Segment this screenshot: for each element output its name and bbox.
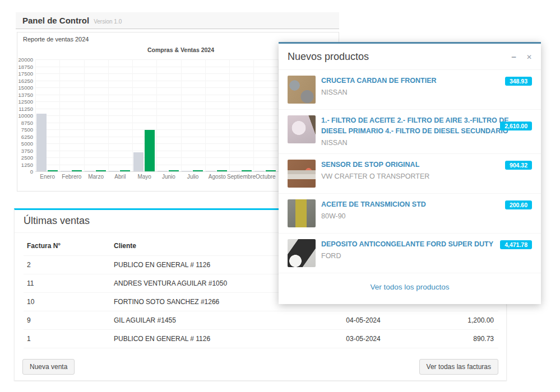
compras-bar xyxy=(182,171,192,171)
price-badge: 904.32 xyxy=(505,161,532,170)
table-row: 1 PUBLICO EN GENERAL # 1126 03-05-2024 8… xyxy=(24,330,498,348)
compras-bar xyxy=(133,152,144,171)
see-all-products-link[interactable]: Ver todos los productos xyxy=(370,283,449,291)
product-photo xyxy=(288,160,316,188)
product-subtitle: NISSAN xyxy=(321,138,532,148)
date-cell: 04-05-2024 xyxy=(311,311,417,330)
price-badge: 4,471.78 xyxy=(500,240,532,249)
sales-card-footer: Nueva venta Ver todas las facturas xyxy=(15,353,506,380)
gridline xyxy=(59,59,60,171)
compras-bar xyxy=(61,171,71,171)
price-badge: 348.93 xyxy=(505,77,532,86)
invoice-link[interactable]: 10 xyxy=(24,293,110,311)
product-photo xyxy=(288,76,316,104)
date-cell: 03-05-2024 xyxy=(311,330,417,348)
product-item[interactable]: CRUCETA CARDAN DE FRONTIER 348.93 NISSAN xyxy=(279,70,541,110)
product-subtitle: 80W-90 xyxy=(321,212,532,221)
x-tick-label: Octubre xyxy=(249,174,283,180)
ventas-bar xyxy=(169,170,179,172)
gridline xyxy=(156,59,157,171)
new-products-header: Nuevos productos − ✕ xyxy=(279,44,541,70)
client-cell: GIL AGUILAR #1455 xyxy=(110,311,311,330)
ventas-bar xyxy=(217,170,227,172)
product-item[interactable]: ACEITE DE TRANSMICION STD 200.60 80W-90 xyxy=(279,194,541,234)
ventas-bar xyxy=(96,170,106,172)
y-tick-label: 3750 xyxy=(14,148,33,154)
compras-bar xyxy=(206,171,216,171)
close-icon[interactable]: ✕ xyxy=(526,53,532,61)
invoice-link[interactable]: 11 xyxy=(24,274,110,293)
product-info: ACEITE DE TRANSMICION STD 200.60 80W-90 xyxy=(321,199,532,227)
y-tick-label: 8750 xyxy=(14,120,33,126)
new-sale-button[interactable]: Nueva venta xyxy=(22,359,75,375)
product-photo xyxy=(288,239,316,267)
y-tick-label: 18750 xyxy=(14,64,33,70)
ventas-bar xyxy=(48,170,58,172)
report-label: Reporte de ventas 2024 xyxy=(23,36,89,43)
ventas-bar xyxy=(120,170,130,172)
gridline xyxy=(229,59,230,171)
product-info: DEPOSITO ANTICONGELANTE FORD SUPER DUTY … xyxy=(321,239,532,267)
product-info: SENSOR DE STOP ORIGINAL 904.32 VW CRAFTE… xyxy=(321,160,532,188)
factura-column-header: Factura N° xyxy=(24,236,110,256)
invoice-link[interactable]: 9 xyxy=(24,311,110,330)
gridline xyxy=(253,59,254,171)
product-title-link[interactable]: SENSOR DE STOP ORIGINAL xyxy=(321,160,532,170)
gridline xyxy=(181,59,182,171)
y-tick-label: 7500 xyxy=(14,127,33,133)
ventas-bar xyxy=(193,170,203,172)
price-badge: 2,610.00 xyxy=(500,122,532,130)
y-tick-label: 6250 xyxy=(14,134,33,140)
product-info: CRUCETA CARDAN DE FRONTIER 348.93 NISSAN xyxy=(321,76,532,104)
product-item[interactable]: SENSOR DE STOP ORIGINAL 904.32 VW CRAFTE… xyxy=(279,154,541,194)
ventas-bar xyxy=(145,130,155,172)
ventas-bar xyxy=(242,170,252,172)
new-products-title: Nuevos productos xyxy=(288,51,501,63)
page-title: Panel de Control xyxy=(22,16,89,25)
y-tick-label: 10000 xyxy=(14,113,33,119)
y-tick-label: 11250 xyxy=(14,106,33,112)
all-invoices-button[interactable]: Ver todas las facturas xyxy=(419,359,498,375)
compras-bar xyxy=(254,171,265,171)
total-cell: 1,200.00 xyxy=(417,311,498,330)
compras-bar xyxy=(85,171,95,171)
gridline xyxy=(205,59,206,171)
gridline xyxy=(84,59,85,171)
product-item[interactable]: 1.- FILTRO DE ACEITE 2.- FILTRO DE AIRE … xyxy=(279,110,541,154)
new-products-panel: Nuevos productos − ✕ CRUCETA CARDAN DE F… xyxy=(279,42,541,304)
product-subtitle: NISSAN xyxy=(321,88,532,97)
product-title-link[interactable]: CRUCETA CARDAN DE FRONTIER xyxy=(321,76,532,86)
product-item[interactable]: DEPOSITO ANTICONGELANTE FORD SUPER DUTY … xyxy=(279,234,541,273)
ventas-bar xyxy=(72,170,82,172)
new-products-footer: Ver todos los productos xyxy=(279,273,541,301)
page-header: Panel de Control Version 1.0 xyxy=(16,12,339,29)
total-cell: 890.73 xyxy=(417,330,498,348)
compras-bar xyxy=(158,171,168,171)
ventas-bar xyxy=(266,170,276,172)
y-tick-label: 2500 xyxy=(14,155,33,161)
minimize-icon[interactable]: − xyxy=(511,52,516,62)
y-tick-label: 20000 xyxy=(14,57,33,63)
compras-bar xyxy=(36,114,47,171)
product-info: 1.- FILTRO DE ACEITE 2.- FILTRO DE AIRE … xyxy=(321,115,532,148)
client-cell: PUBLICO EN GENERAL # 1126 xyxy=(110,330,311,348)
compras-bar xyxy=(109,171,119,171)
y-tick-label: 13750 xyxy=(14,92,33,98)
product-title-link[interactable]: ACEITE DE TRANSMICION STD xyxy=(321,199,532,210)
invoice-link[interactable]: 2 xyxy=(24,256,110,274)
product-list: CRUCETA CARDAN DE FRONTIER 348.93 NISSAN… xyxy=(279,70,541,273)
product-subtitle: VW CRAFTER O TRANSPORTER xyxy=(321,172,532,181)
latest-sales-title: Últimas ventas xyxy=(24,215,90,226)
price-badge: 200.60 xyxy=(505,200,532,209)
product-photo xyxy=(288,115,316,143)
y-tick-label: 17500 xyxy=(14,71,33,77)
gridline xyxy=(108,59,109,171)
version-label: Version 1.0 xyxy=(94,18,122,25)
y-tick-label: 1250 xyxy=(14,162,33,168)
y-tick-label: 16250 xyxy=(14,78,33,84)
invoice-link[interactable]: 1 xyxy=(24,330,110,348)
dashboard-page: Panel de Control Version 1.0 Reporte de … xyxy=(0,0,560,392)
y-tick-label: 15000 xyxy=(14,85,33,91)
y-tick-label: 12500 xyxy=(14,99,33,105)
product-subtitle: FORD xyxy=(321,251,532,261)
